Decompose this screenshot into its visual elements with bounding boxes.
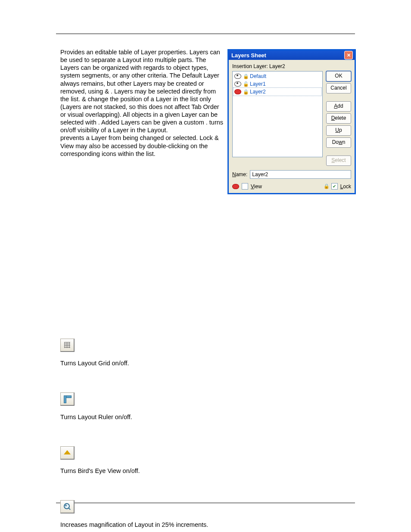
layer-row-layer2[interactable]: 🔒 Layer2 (234, 88, 321, 96)
layer-name: Layer1 (250, 81, 266, 87)
eye-icon[interactable] (234, 74, 241, 79)
section-ruler-text: Turns Layout Ruler on/off. (60, 414, 355, 420)
para1-d: . Added Layers can be given a custom (98, 119, 206, 126)
lock-icon[interactable]: 🔒 (243, 89, 248, 95)
section-ruler: Turns Layout Ruler on/off. (60, 392, 355, 420)
header-rule (56, 34, 355, 34)
select-button[interactable]: Select (326, 156, 351, 166)
ok-button[interactable]: OK (326, 71, 351, 81)
section-zoom-in-text: Increases magnification of Layout in 25%… (60, 521, 355, 528)
lock-icon: 🔒 (324, 184, 329, 189)
para1-amp2: & (82, 96, 88, 103)
layer-name: Default (250, 73, 266, 79)
add-button[interactable]: Add (326, 101, 351, 112)
para2: prevents a Layer from being changed or s… (60, 134, 219, 157)
insertion-layer-value: Layer2 (269, 63, 285, 69)
section-birdseye-text: Turns Bird's Eye View on/off. (60, 467, 355, 474)
layer-row-layer1[interactable]: 🔓 Layer1 (234, 80, 321, 88)
para1-amp1: & (105, 88, 111, 95)
insertion-layer-label: Insertion Layer: Layer2 (232, 63, 351, 69)
name-input[interactable] (250, 170, 351, 179)
unlock-icon[interactable]: 🔓 (243, 81, 248, 87)
lock-checkbox-label: Lock (340, 184, 351, 190)
section-zoom-in: + Increases magnification of Layout in 2… (60, 500, 355, 528)
layer-name: Layer2 (250, 89, 266, 95)
layer-list[interactable]: 🔒 Default 🔓 Layer1 🔒 Layer2 (232, 71, 323, 157)
view-checkbox[interactable] (242, 183, 248, 190)
eye-icon[interactable] (234, 81, 241, 87)
description-text: Provides an editable table of Layer prop… (60, 48, 224, 158)
cancel-button[interactable]: Cancel (326, 83, 351, 93)
insertion-label-b: er: (262, 63, 269, 69)
lock-icon[interactable]: 🔒 (243, 74, 248, 79)
down-button[interactable]: Down (326, 137, 351, 148)
section-grid: Turns Layout Grid on/off. (60, 339, 355, 367)
up-button[interactable]: Up (326, 125, 351, 136)
eye-off-icon[interactable] (234, 89, 241, 94)
lock-checkbox[interactable] (331, 183, 338, 190)
para1-e: . (206, 119, 209, 126)
ruler-icon[interactable] (60, 392, 75, 406)
grid-icon[interactable] (60, 339, 75, 352)
zoom-in-icon[interactable]: + (60, 500, 75, 513)
delete-button[interactable]: Delete (326, 113, 351, 124)
dialog-titlebar[interactable]: Layers Sheet ✕ (229, 50, 355, 60)
view-checkbox-label: View (251, 184, 262, 190)
section-birdseye: Turns Bird's Eye View on/off. (60, 446, 355, 474)
layers-sheet-dialog: Layers Sheet ✕ Insertion Layer: Layer2 🔒… (227, 49, 356, 194)
insertion-label-a: Insertion La (232, 63, 259, 69)
name-label: Name: (232, 171, 247, 177)
close-icon[interactable]: ✕ (344, 51, 353, 59)
eye-off-icon (232, 184, 239, 189)
layer-row-default[interactable]: 🔒 Default (234, 72, 321, 80)
section-grid-text: Turns Layout Grid on/off. (60, 360, 355, 367)
birdseye-icon[interactable] (60, 446, 75, 460)
dialog-title: Layers Sheet (231, 52, 266, 59)
